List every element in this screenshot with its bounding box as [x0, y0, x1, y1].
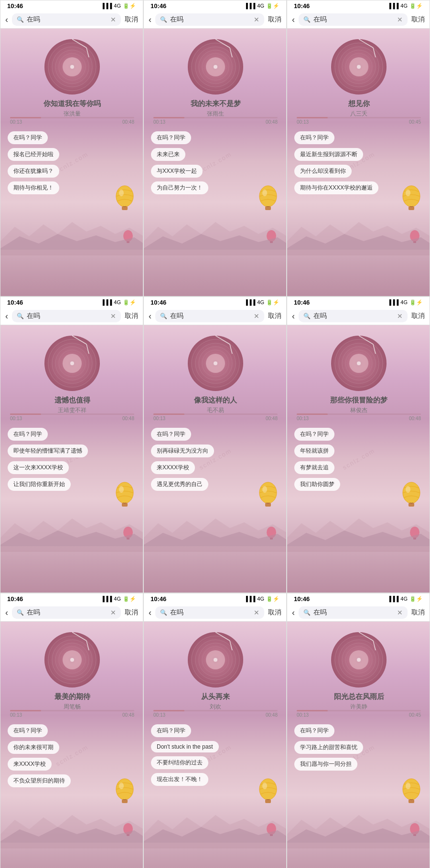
bottom-area [287, 550, 430, 593]
search-input-wrap[interactable]: 🔍 在吗 ✕ [155, 606, 264, 619]
phone-content: scnlz.com 阳光总在风雨后 许美静 [287, 622, 430, 868]
progress-bar[interactable]: 00:13 00:45 [297, 710, 421, 718]
song-title: 从头再来 [144, 692, 287, 701]
clear-icon[interactable]: ✕ [110, 312, 116, 320]
hot-air-balloon [113, 184, 137, 220]
current-time: 00:13 [10, 416, 22, 421]
song-info: 想见你 八三夭 [287, 99, 430, 118]
status-time: 10:46 [7, 2, 23, 10]
back-icon[interactable]: ‹ [5, 15, 8, 25]
clear-icon[interactable]: ✕ [110, 16, 116, 23]
progress-bar[interactable]: 00:13 00:48 [10, 117, 134, 125]
cancel-button[interactable]: 取消 [411, 312, 425, 320]
back-icon[interactable]: ‹ [149, 311, 151, 321]
search-input-wrap[interactable]: 🔍 在吗 ✕ [299, 606, 408, 619]
back-icon[interactable]: ‹ [5, 311, 8, 321]
search-icon: 🔍 [17, 609, 24, 616]
landscape [287, 810, 430, 848]
cancel-button[interactable]: 取消 [268, 15, 281, 24]
progress-fill [153, 117, 184, 118]
progress-bar[interactable]: 00:13 00:48 [153, 117, 278, 125]
tag: 在吗？同学 [8, 724, 48, 737]
svg-point-7 [70, 65, 74, 69]
signal-icon: ▐▐▐ [244, 3, 255, 9]
search-input-wrap[interactable]: 🔍 在吗 ✕ [299, 13, 408, 26]
tag: 在吗？同学 [8, 131, 48, 144]
back-icon[interactable]: ‹ [149, 608, 151, 618]
tags-container: 在吗？同学学习路上的甜苦和喜忧我们愿与你一同分担 [294, 724, 423, 774]
phone-content: scnlz.com 像我这样的人 毛不易 [144, 325, 287, 593]
network-icon: 4G [114, 3, 121, 9]
song-info: 你知道我在等你吗 张洪量 [0, 99, 143, 118]
progress-bar[interactable]: 00:13 00:48 [10, 413, 134, 421]
progress-bar[interactable]: 00:13 00:48 [153, 413, 278, 421]
signal-icon: ▐▐▐ [101, 299, 112, 305]
svg-rect-32 [265, 206, 271, 210]
status-time: 10:46 [150, 299, 166, 306]
clear-icon[interactable]: ✕ [110, 609, 116, 616]
svg-point-88 [262, 486, 267, 493]
cancel-button[interactable]: 取消 [411, 608, 425, 617]
clear-icon[interactable]: ✕ [254, 312, 259, 320]
search-bar: ‹ 🔍 在吗 ✕ 取消 [144, 307, 286, 325]
status-time: 10:46 [294, 595, 310, 603]
tag: 在吗？同学 [151, 724, 191, 737]
clear-icon[interactable]: ✕ [254, 609, 259, 616]
progress-times: 00:13 00:48 [10, 119, 134, 125]
cancel-button[interactable]: 取消 [125, 312, 138, 320]
status-bar: 10:46 ▐▐▐ 4G 🔋⚡ [0, 593, 143, 604]
search-input-wrap[interactable]: 🔍 在吗 ✕ [12, 606, 121, 619]
svg-rect-165 [408, 799, 414, 803]
clear-icon[interactable]: ✕ [397, 16, 403, 23]
cancel-button[interactable]: 取消 [411, 15, 425, 24]
clear-icon[interactable]: ✕ [254, 16, 259, 23]
status-bar: 10:46 ▐▐▐ 4G 🔋⚡ [144, 593, 286, 604]
vinyl-record [330, 335, 387, 392]
svg-rect-127 [122, 799, 128, 803]
svg-rect-13 [122, 206, 128, 210]
phone-card-8: 10:46 ▐▐▐ 4G 🔋⚡ ‹ 🔍 在吗 ✕ 取消 scnlz.com [143, 593, 287, 868]
status-time: 10:46 [150, 2, 166, 10]
current-time: 00:13 [297, 416, 309, 421]
signal-icon: ▐▐▐ [101, 596, 112, 602]
search-input-wrap[interactable]: 🔍 在吗 ✕ [12, 13, 121, 26]
tag: 年轻就该拼 [294, 445, 334, 457]
progress-fill [10, 413, 41, 415]
tag: 你的未来很可期 [8, 741, 59, 754]
cancel-button[interactable]: 取消 [125, 608, 138, 617]
back-icon[interactable]: ‹ [292, 15, 295, 25]
search-input-wrap[interactable]: 🔍 在吗 ✕ [155, 310, 264, 322]
search-icon: 🔍 [303, 16, 311, 23]
search-value: 在吗 [170, 608, 251, 617]
svg-point-12 [119, 190, 124, 196]
back-icon[interactable]: ‹ [292, 608, 295, 618]
progress-bar[interactable]: 00:13 00:48 [297, 413, 421, 421]
tag: 为什么却没看到你 [294, 165, 352, 178]
back-icon[interactable]: ‹ [292, 311, 295, 321]
search-input-wrap[interactable]: 🔍 在吗 ✕ [155, 13, 264, 26]
back-icon[interactable]: ‹ [5, 608, 8, 618]
song-info: 阳光总在风雨后 许美静 [287, 692, 430, 711]
search-input-wrap[interactable]: 🔍 在吗 ✕ [12, 310, 121, 322]
status-icons: ▐▐▐ 4G 🔋⚡ [244, 299, 280, 306]
clear-icon[interactable]: ✕ [397, 312, 403, 320]
clear-icon[interactable]: ✕ [397, 609, 403, 616]
tag: 报名已经开始啦 [8, 148, 59, 161]
search-input-wrap[interactable]: 🔍 在吗 ✕ [299, 310, 408, 322]
progress-track [153, 413, 278, 415]
progress-track [10, 117, 134, 118]
tag: Don't stuck in the past [151, 741, 219, 752]
back-icon[interactable]: ‹ [149, 15, 151, 25]
progress-bar[interactable]: 00:13 00:48 [153, 710, 278, 718]
battery-icon: 🔋⚡ [409, 596, 423, 602]
progress-bar[interactable]: 00:13 00:45 [297, 117, 421, 125]
progress-bar[interactable]: 00:13 00:48 [10, 710, 134, 718]
bottom-area [287, 846, 430, 868]
cancel-button[interactable]: 取消 [268, 608, 281, 617]
cancel-button[interactable]: 取消 [125, 15, 138, 24]
song-info: 像我这样的人 毛不易 [144, 396, 287, 414]
tag: 最近新生报到源源不断 [294, 148, 363, 161]
cancel-button[interactable]: 取消 [268, 312, 281, 320]
landscape [144, 217, 287, 255]
total-time: 00:48 [266, 712, 278, 718]
